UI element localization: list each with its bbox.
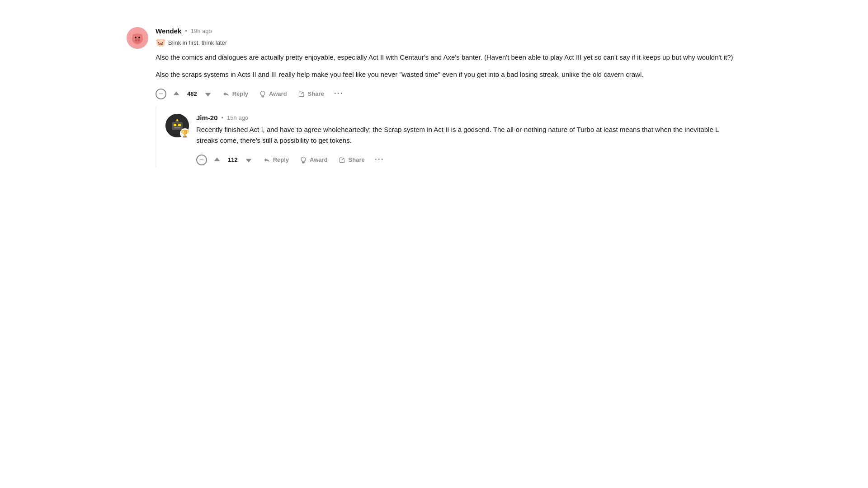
jim-more-icon: ··· [375, 155, 384, 164]
svg-rect-12 [174, 124, 176, 126]
wendek-comment-text: Also the comics and dialogues are actual… [156, 52, 741, 80]
wendek-flair-text: Blink in first, think later [168, 39, 227, 46]
comment-thread: Wendek • 19h ago 🐷 Blink in first, think… [108, 18, 760, 176]
more-icon: ··· [334, 89, 344, 99]
wendek-flair: 🐷 Blink in first, think later [156, 38, 741, 47]
jim-comment-header: Jim-20 • 15h ago [196, 114, 741, 122]
jim-reply-button[interactable]: Reply [259, 154, 293, 166]
jim-time: 15h ago [227, 114, 248, 121]
wendek-award-button[interactable]: Award [255, 88, 292, 100]
jim-upvote-button[interactable] [209, 154, 225, 166]
jim-more-button[interactable]: ··· [371, 152, 388, 167]
wendek-collapse-button[interactable]: − [156, 89, 166, 99]
wendek-comment-body: Wendek • 19h ago 🐷 Blink in first, think… [156, 27, 741, 101]
jim-vote-section: 112 [209, 154, 257, 166]
svg-point-3 [135, 39, 137, 41]
wendek-comment-header: Wendek • 19h ago [156, 27, 741, 35]
wendek-username: Wendek [156, 27, 181, 35]
wendek-more-button[interactable]: ··· [330, 86, 347, 101]
wendek-reply-label: Reply [232, 90, 248, 97]
jim-upvote-icon [213, 156, 221, 164]
jim-award-button[interactable]: Award [295, 154, 332, 166]
jim-award-label: Award [310, 156, 328, 163]
jim-share-label: Share [349, 156, 365, 163]
svg-rect-13 [178, 124, 181, 126]
svg-point-16 [176, 119, 178, 121]
wendek-flair-icon: 🐷 [156, 38, 165, 47]
separator-dot: • [185, 28, 187, 34]
jim-share-button[interactable]: Share [334, 154, 369, 166]
share-icon [298, 90, 305, 98]
jim-flair-badge: 🏆 [180, 128, 190, 138]
svg-point-7 [135, 37, 137, 38]
wendek-vote-count: 482 [185, 90, 199, 97]
reply-icon [222, 90, 230, 98]
wendek-paragraph-2: Also the scraps systems in Acts II and I… [156, 69, 741, 80]
wendek-share-button[interactable]: Share [293, 88, 329, 100]
svg-rect-14 [174, 127, 180, 128]
svg-point-4 [138, 39, 140, 41]
wendek-reply-button[interactable]: Reply [218, 88, 253, 100]
wendek-comment: Wendek • 19h ago 🐷 Blink in first, think… [127, 27, 741, 101]
jim-downvote-icon [245, 156, 252, 164]
jim-separator-dot: • [222, 114, 224, 121]
downvote-icon [204, 90, 212, 98]
reply-thread: 🏆 Jim-20 • 15h ago Recently finished Act… [156, 107, 741, 167]
wendek-upvote-button[interactable] [168, 88, 184, 100]
wendek-time: 19h ago [191, 28, 212, 34]
wendek-actions: − 482 [156, 86, 741, 101]
jim-paragraph-1: Recently finished Act I, and have to agr… [196, 124, 741, 146]
jim-vote-count: 112 [226, 156, 240, 163]
wendek-vote-section: 482 [168, 88, 216, 100]
jim-comment-body: Jim-20 • 15h ago Recently finished Act I… [196, 114, 741, 167]
wendek-downvote-button[interactable] [200, 88, 216, 100]
jim-actions: − 112 [196, 152, 741, 167]
jim-award-icon [300, 156, 307, 164]
jim-comment-text: Recently finished Act I, and have to agr… [196, 124, 741, 146]
jim-comment: 🏆 Jim-20 • 15h ago Recently finished Act… [165, 107, 741, 167]
jim-share-icon [339, 156, 346, 164]
wendek-paragraph-1: Also the comics and dialogues are actual… [156, 52, 741, 63]
svg-point-17 [301, 157, 306, 161]
svg-point-8 [138, 37, 140, 38]
jim-collapse-button[interactable]: − [196, 155, 207, 165]
jim-downvote-button[interactable] [241, 154, 257, 166]
svg-point-9 [260, 91, 265, 95]
wendek-award-label: Award [269, 90, 287, 97]
svg-point-2 [134, 38, 141, 43]
upvote-icon [173, 90, 180, 98]
jim-reply-label: Reply [273, 156, 289, 163]
jim-reply-icon [263, 156, 270, 164]
award-icon [259, 90, 266, 98]
wendek-share-label: Share [308, 90, 324, 97]
wendek-avatar [127, 27, 148, 49]
jim-username: Jim-20 [196, 114, 218, 122]
